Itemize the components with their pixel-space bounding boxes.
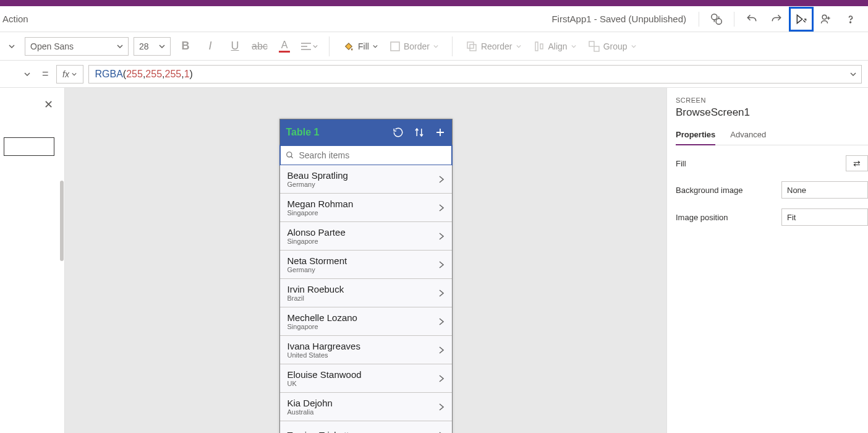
scrollbar-thumb[interactable] <box>60 181 64 261</box>
formula-bar: = fx RGBA(255, 255, 255, 1) <box>0 61 868 88</box>
canvas[interactable]: Table 1 Beau SpratlingGermanyMegan Rohma… <box>65 88 666 433</box>
list-item[interactable]: Tamica Trickett <box>280 421 452 433</box>
svg-point-0 <box>712 14 717 19</box>
gallery-list: Beau SpratlingGermanyMegan RohmanSingapo… <box>280 165 452 433</box>
italic-icon[interactable]: I <box>200 35 220 58</box>
sort-icon[interactable] <box>414 127 425 138</box>
preview-button[interactable] <box>789 7 814 32</box>
separator <box>452 36 453 56</box>
help-icon[interactable] <box>838 7 863 32</box>
item-name: Neta Storment <box>287 255 347 266</box>
close-panel-icon[interactable]: ✕ <box>44 98 53 111</box>
svg-rect-9 <box>589 41 594 46</box>
screen-name: BrowseScreen1 <box>676 106 868 119</box>
border-button[interactable]: Border <box>386 35 442 58</box>
chevron-down-icon[interactable] <box>9 43 15 49</box>
svg-rect-4 <box>391 42 399 51</box>
item-subtitle: Singapore <box>287 209 354 216</box>
chevron-right-icon <box>438 260 445 269</box>
fill-button[interactable]: Fill <box>339 35 381 58</box>
formula-input[interactable]: RGBA(255, 255, 255, 1) <box>88 65 862 84</box>
redo-icon[interactable] <box>764 7 789 32</box>
bgimage-dropdown[interactable]: None <box>781 181 868 199</box>
equals-label: = <box>40 67 51 80</box>
svg-point-2 <box>822 15 827 19</box>
list-item[interactable]: Elouise StanwoodUK <box>280 364 452 393</box>
item-subtitle: Brazil <box>287 294 344 302</box>
list-item[interactable]: Mechelle LozanoSingapore <box>280 307 452 336</box>
chevron-right-icon <box>438 232 445 241</box>
align-button[interactable]: Align <box>530 35 580 58</box>
item-subtitle: UK <box>287 380 362 387</box>
svg-point-1 <box>716 19 721 24</box>
font-color-icon[interactable]: A <box>274 35 294 58</box>
search-icon <box>286 151 294 160</box>
item-subtitle: Germany <box>287 266 347 273</box>
bold-icon[interactable]: B <box>176 35 195 58</box>
item-subtitle: Singapore <box>287 238 346 245</box>
strike-icon[interactable]: abc <box>250 35 270 58</box>
item-subtitle: Germany <box>287 181 348 188</box>
tree-view-panel: ✕ <box>0 88 65 433</box>
svg-rect-7 <box>535 42 538 51</box>
app-status: FirstApp1 - Saved (Unpublished) <box>551 14 686 24</box>
app-checker-icon[interactable] <box>704 7 729 32</box>
expand-formula-icon[interactable] <box>850 71 856 77</box>
tab-properties[interactable]: Properties <box>676 130 715 145</box>
svg-rect-6 <box>470 45 476 51</box>
chevron-right-icon <box>438 317 445 326</box>
search-input[interactable] <box>299 150 446 160</box>
search-row <box>279 145 453 166</box>
font-family-combo[interactable]: Open Sans <box>25 37 129 56</box>
list-item[interactable]: Kia DejohnAustralia <box>280 393 452 421</box>
menu-action[interactable]: Action <box>1 14 28 24</box>
title-bar <box>0 0 868 6</box>
separator <box>329 36 330 56</box>
command-bar: Action FirstApp1 - Saved (Unpublished) <box>0 6 868 32</box>
undo-icon[interactable] <box>739 7 764 32</box>
add-icon[interactable] <box>435 127 446 138</box>
list-item[interactable]: Neta StormentGermany <box>280 251 452 279</box>
list-item[interactable]: Irvin RoebuckBrazil <box>280 279 452 307</box>
chevron-right-icon <box>438 289 445 298</box>
item-name: Irvin Roebuck <box>287 284 344 294</box>
list-item[interactable]: Megan RohmanSingapore <box>280 194 452 222</box>
chevron-right-icon <box>438 403 445 411</box>
prop-imgpos-label: Image position <box>676 213 728 222</box>
chevron-right-icon <box>438 374 445 383</box>
item-name: Elouise Stanwood <box>287 369 362 380</box>
item-name: Megan Rohman <box>287 199 354 209</box>
item-name: Tamica Trickett <box>287 430 349 433</box>
svg-rect-8 <box>540 44 543 49</box>
svg-point-3 <box>850 22 851 23</box>
item-name: Mechelle Lozano <box>287 312 357 323</box>
chevron-right-icon <box>438 346 445 354</box>
text-align-icon[interactable] <box>299 35 319 58</box>
share-icon[interactable] <box>814 7 838 32</box>
chevron-right-icon <box>438 431 445 434</box>
list-item[interactable]: Beau SpratlingGermany <box>280 165 452 194</box>
svg-rect-10 <box>594 46 599 51</box>
color-swap-icon: ⇄ <box>853 158 861 168</box>
list-item[interactable]: Ivana HargreavesUnited States <box>280 336 452 364</box>
property-dropdown[interactable] <box>6 65 35 84</box>
tab-advanced[interactable]: Advanced <box>730 130 766 145</box>
svg-point-11 <box>286 152 291 157</box>
separator <box>699 12 699 27</box>
item-name: Ivana Hargreaves <box>287 341 360 351</box>
tree-search-input[interactable] <box>4 137 54 156</box>
prop-fill-label: Fill <box>676 159 686 168</box>
fx-button[interactable]: fx <box>56 65 83 84</box>
font-size-combo[interactable]: 28 <box>134 37 171 56</box>
reorder-button[interactable]: Reorder <box>462 35 525 58</box>
underline-icon[interactable]: U <box>225 35 245 58</box>
item-subtitle: Singapore <box>287 323 357 330</box>
fill-color-swatch[interactable]: ⇄ <box>846 155 868 171</box>
imgpos-dropdown[interactable]: Fit <box>781 208 868 226</box>
item-name: Alonso Partee <box>287 227 346 238</box>
item-name: Kia Dejohn <box>287 398 333 408</box>
panel-header-label: SCREEN <box>676 96 868 104</box>
list-item[interactable]: Alonso ParteeSingapore <box>280 222 452 251</box>
group-button[interactable]: Group <box>585 35 640 58</box>
refresh-icon[interactable] <box>393 127 404 138</box>
